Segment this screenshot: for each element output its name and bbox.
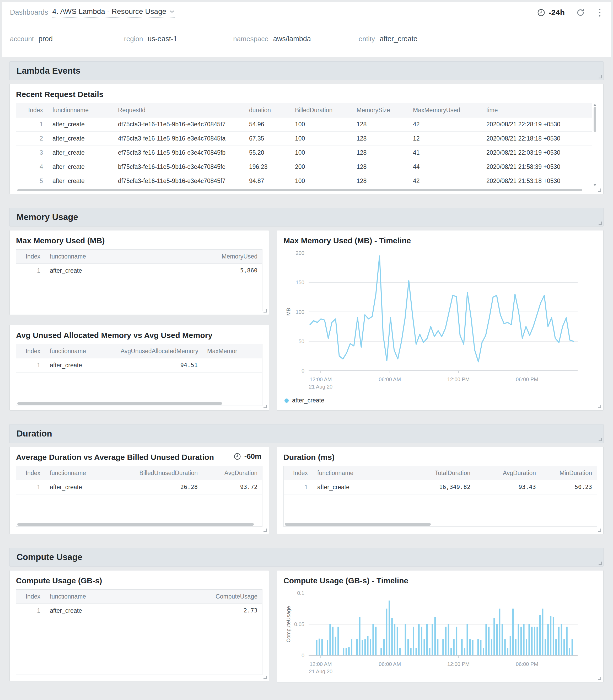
table-row[interactable]: 4after_createbf75cfa3-fe16-11e5-9b16-e3e…: [16, 160, 592, 174]
table-cell: 94.87: [244, 174, 290, 188]
filter-value[interactable]: after_create: [379, 35, 453, 45]
scroll-down-arrow[interactable]: [594, 184, 597, 186]
column-header: BilledUnusedDuration: [116, 466, 203, 480]
resize-handle[interactable]: [599, 222, 602, 225]
scrollbar-thumb[interactable]: [285, 523, 431, 526]
resize-handle[interactable]: [599, 438, 602, 441]
svg-text:200: 200: [296, 250, 304, 256]
table-empty-area: [16, 278, 262, 311]
panel-time-range[interactable]: -60m: [233, 452, 261, 461]
table-cell: 2.73: [194, 604, 262, 618]
scrollbar-thumb[interactable]: [17, 402, 222, 405]
resize-handle[interactable]: [599, 562, 602, 565]
refresh-button[interactable]: [576, 9, 585, 17]
table-cell: 42: [408, 174, 482, 188]
table-cell: 1: [16, 117, 48, 131]
section-header-compute-usage: Compute Usage: [10, 548, 603, 567]
horizontal-scrollbar[interactable]: [284, 522, 597, 526]
time-range-control[interactable]: -24h: [537, 8, 565, 17]
table-empty-area: [284, 494, 597, 522]
chevron-down-icon: [169, 10, 174, 13]
resize-handle[interactable]: [598, 529, 601, 532]
table-cell: 1: [16, 604, 45, 618]
scrollbar-thumb[interactable]: [17, 523, 254, 526]
filter-value[interactable]: prod: [38, 35, 112, 45]
filter-namespace: namespace aws/lambda: [233, 35, 346, 45]
dashboard-content: Lambda Events Recent Request Details Ind…: [2, 57, 611, 683]
table-cell: 54.96: [244, 117, 290, 131]
panel-time-range-value: -60m: [244, 452, 261, 461]
resize-handle[interactable]: [598, 405, 601, 408]
table-row[interactable]: 5after_createdf75cfa3-fe16-11e5-9b16-e3e…: [16, 174, 592, 188]
table-cell: 67.35: [244, 132, 290, 146]
refresh-icon: [576, 9, 585, 17]
horizontal-scrollbar[interactable]: [16, 522, 262, 526]
horizontal-scrollbar[interactable]: [16, 188, 592, 191]
section-compute-usage: Compute Usage Compute Usage (GB-s) Index…: [10, 548, 603, 683]
column-header: functionname: [313, 466, 389, 480]
table-cell: after_create: [45, 358, 116, 372]
resize-handle[interactable]: [263, 529, 266, 532]
table-cell: df75cfa3-fe16-11e5-9b16-e3e4c70845f7: [113, 174, 244, 188]
table-header-row: IndexfunctionnameBilledUnusedDurationAvg…: [16, 466, 262, 480]
scroll-up-arrow[interactable]: [594, 104, 597, 106]
chart-legend[interactable]: after_create: [277, 395, 603, 404]
table-empty-area: [16, 494, 262, 522]
svg-text:150: 150: [296, 279, 304, 285]
resize-handle[interactable]: [263, 405, 266, 408]
filter-label: account: [10, 35, 34, 43]
dashboard-title-dropdown[interactable]: 4. AWS Lambda - Resource Usage: [52, 7, 175, 17]
table-cell: 94.51: [116, 358, 203, 372]
horizontal-scrollbar[interactable]: [16, 401, 262, 406]
table-row[interactable]: 1after_create5,860: [16, 264, 262, 278]
legend-label: after_create: [292, 397, 324, 404]
clock-icon: [537, 9, 545, 17]
column-header: Index: [16, 590, 45, 604]
section-title: Lambda Events: [16, 66, 80, 76]
svg-text:12:00 AM: 12:00 AM: [310, 661, 332, 667]
compute-timeline-chart[interactable]: 00.050.112:00 AM21 Aug 2006:00 AM12:00 P…: [284, 589, 597, 678]
vertical-scrollbar[interactable]: [593, 103, 597, 187]
table-row[interactable]: 1after_create16,349.8293.4350.23: [284, 480, 597, 494]
kebab-icon: [599, 9, 600, 10]
resize-handle[interactable]: [263, 309, 266, 313]
table-row[interactable]: 1after_create26.2893.72: [16, 480, 262, 494]
resize-handle[interactable]: [598, 677, 601, 680]
scrollbar-thumb[interactable]: [17, 189, 582, 191]
table-cell: after_create: [48, 174, 113, 188]
filter-label: namespace: [233, 35, 268, 43]
table-row[interactable]: 1after_createdf75cfa3-fe16-11e5-9b16-e3e…: [16, 117, 592, 132]
section-header-memory-usage: Memory Usage: [10, 208, 603, 226]
resize-handle[interactable]: [263, 676, 266, 679]
panel-title: Max Memory Used (MB): [10, 230, 269, 249]
table-cell: 100: [290, 132, 352, 146]
memory-timeline-chart[interactable]: 05010015020012:00 AM21 Aug 2006:00 AM12:…: [284, 249, 597, 395]
column-header: MaxMemoryUsed: [408, 103, 482, 117]
filter-account: account prod: [10, 35, 112, 45]
resize-handle[interactable]: [598, 188, 601, 191]
table-cell: after_create: [48, 117, 113, 131]
table-row[interactable]: 2after_create4f75cfa3-fe16-11e5-9b16-e3e…: [16, 132, 592, 146]
resize-handle[interactable]: [599, 75, 602, 78]
table-row[interactable]: 1after_create94.51: [16, 358, 262, 372]
column-header: functionname: [45, 590, 194, 604]
svg-text:06:00 PM: 06:00 PM: [516, 661, 538, 667]
topbar-right: -24h: [537, 8, 603, 17]
svg-text:MB: MB: [286, 308, 291, 316]
table-row[interactable]: 3after_createef75cfa3-fe16-11e5-9b16-e3e…: [16, 146, 592, 160]
filter-value[interactable]: us-east-1: [146, 35, 221, 45]
dashboards-breadcrumb[interactable]: Dashboards: [10, 9, 48, 16]
scrollbar-thumb[interactable]: [594, 107, 596, 132]
table-cell: after_create: [313, 480, 389, 494]
svg-text:0: 0: [301, 368, 304, 373]
table-cell: 128: [352, 117, 408, 131]
more-menu-button[interactable]: [596, 8, 603, 17]
table-cell: 128: [352, 160, 408, 174]
panel-title-row: Average Duration vs Average Billed Unuse…: [10, 447, 269, 466]
svg-text:50: 50: [299, 339, 304, 344]
svg-text:12:00 AM: 12:00 AM: [310, 377, 332, 382]
column-header: Index: [284, 466, 313, 480]
dashboard-title: 4. AWS Lambda - Resource Usage: [52, 7, 167, 16]
filter-value[interactable]: aws/lambda: [272, 35, 346, 45]
table-row[interactable]: 1after_create2.73: [16, 604, 262, 618]
